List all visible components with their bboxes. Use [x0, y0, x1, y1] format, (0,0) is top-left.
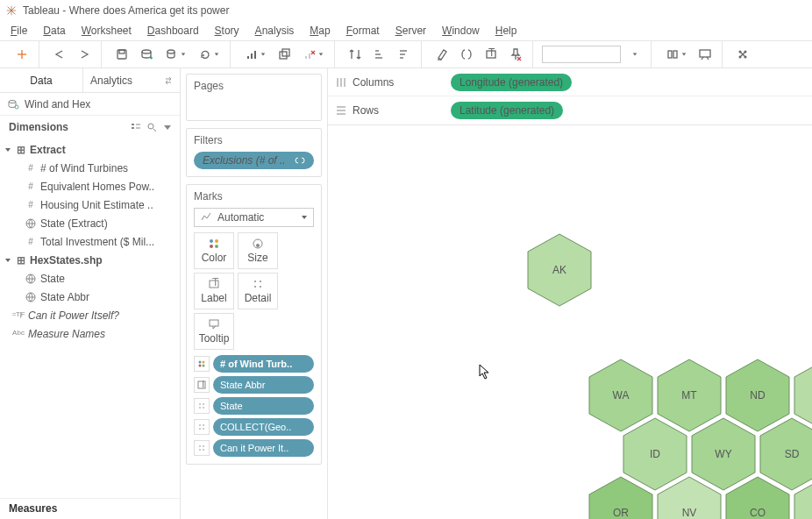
geo-icon: [25, 292, 37, 302]
show-me-button[interactable]: [731, 44, 754, 65]
hex-label: NE: [793, 475, 812, 519]
pin-button[interactable]: [504, 44, 527, 65]
menu-dashboard[interactable]: Dashboard: [140, 23, 206, 39]
tree-item[interactable]: Total Investment ($ Mil...: [0, 232, 180, 251]
mark-pill-state-abbr[interactable]: State Abbr: [213, 376, 314, 394]
svg-point-77: [203, 407, 204, 409]
refresh-button[interactable]: [193, 44, 224, 65]
menu-map[interactable]: Map: [303, 23, 337, 39]
menu-analysis[interactable]: Analysis: [248, 23, 302, 39]
link-icon: [295, 155, 305, 166]
menu-window[interactable]: Window: [435, 23, 487, 39]
datasource-icon: [7, 98, 19, 110]
hex-state-nv[interactable]: NV: [656, 475, 723, 519]
marks-label-button[interactable]: TLabel: [194, 273, 234, 309]
presentation-mode-button[interactable]: [694, 44, 716, 65]
undo-button[interactable]: [48, 44, 71, 65]
search-dropdown[interactable]: [623, 44, 645, 65]
new-worksheet-button[interactable]: [239, 44, 271, 65]
tableau-start-button[interactable]: [11, 44, 33, 65]
svg-point-56: [215, 239, 218, 243]
filters-title: Filters: [194, 134, 314, 146]
marks-size-button[interactable]: Size: [238, 232, 278, 269]
hex-state-or[interactable]: OR: [588, 475, 654, 519]
swap-button[interactable]: [344, 44, 367, 65]
menu-file[interactable]: File: [4, 23, 34, 39]
marks-color-button[interactable]: Color: [194, 232, 234, 269]
columns-pill-longitude[interactable]: Longitude (generated): [451, 74, 572, 91]
tree-group-hexstates[interactable]: ⊞ HexStates.shp: [0, 251, 180, 269]
menu-server[interactable]: Server: [388, 23, 433, 39]
mark-pill-state[interactable]: State: [213, 397, 314, 415]
tree-item[interactable]: Housing Unit Estimate ..: [0, 196, 180, 214]
mark-pill-collect-geo[interactable]: COLLECT(Geo..: [213, 418, 314, 436]
svg-point-64: [260, 281, 261, 282]
rows-icon: [335, 104, 347, 117]
sort-desc-button[interactable]: [393, 44, 416, 65]
search-input[interactable]: [542, 46, 621, 63]
tree-group-extract[interactable]: ⊞ Extract: [0, 140, 180, 159]
menu-worksheet[interactable]: Worksheet: [75, 23, 139, 39]
tree-item-calc[interactable]: =T|FCan it Power Itself?: [0, 306, 180, 324]
view-options-icon[interactable]: [131, 122, 141, 132]
find-field-icon[interactable]: [146, 122, 157, 132]
columns-icon: [335, 76, 347, 89]
marks-detail-button[interactable]: Detail: [238, 273, 278, 309]
visualization-canvas[interactable]: AKWAMTNDMNIDWYSDORNVCONE: [328, 125, 812, 519]
analytics-tab[interactable]: Analytics: [82, 68, 180, 92]
sort-asc-button[interactable]: [368, 44, 391, 65]
tree-item[interactable]: Equivalent Homes Pow..: [0, 177, 180, 196]
cards-pane: Pages Filters Exclusions (# of .. Marks …: [181, 68, 328, 519]
mark-pill-wind-turbines[interactable]: # of Wind Turb..: [213, 355, 314, 373]
data-menu-icon[interactable]: [162, 122, 173, 132]
hex-label: NV: [656, 475, 723, 519]
tree-item[interactable]: # of Wind Turbines: [0, 159, 180, 177]
hex-state-ak[interactable]: AK: [526, 232, 593, 308]
rows-shelf[interactable]: Rows Latitude (generated): [328, 96, 812, 124]
show-labels-button[interactable]: T: [480, 44, 502, 65]
data-tab[interactable]: Data: [0, 68, 82, 92]
svg-point-75: [203, 403, 204, 405]
new-datasource-button[interactable]: [135, 44, 158, 65]
columns-shelf[interactable]: Columns Longitude (generated): [328, 68, 812, 96]
data-pane: Data Analytics Wind and Hex Dimensions ⊞…: [0, 68, 181, 519]
svg-rect-12: [247, 56, 249, 59]
datasource-row[interactable]: Wind and Hex: [0, 93, 180, 116]
hex-state-co[interactable]: CO: [724, 475, 791, 519]
mark-pill-can-it-power[interactable]: Can it Power It..: [213, 439, 314, 457]
menu-format[interactable]: Format: [339, 23, 387, 39]
svg-rect-46: [132, 124, 134, 125]
hex-state-ne[interactable]: NE: [793, 475, 812, 519]
filter-pill-exclusions[interactable]: Exclusions (# of ..: [194, 152, 314, 169]
mark-color-slot[interactable]: [194, 356, 210, 372]
pause-updates-button[interactable]: [160, 44, 191, 65]
group-button[interactable]: [455, 44, 478, 65]
tree-item[interactable]: State (Extract): [0, 214, 180, 232]
clear-sheet-button[interactable]: [297, 44, 329, 65]
marks-title: Marks: [194, 190, 314, 203]
rows-label: Rows: [353, 104, 379, 117]
marks-tooltip-button[interactable]: Tooltip: [194, 313, 234, 350]
mark-detail-slot[interactable]: [194, 440, 210, 456]
fit-dropdown[interactable]: [660, 44, 692, 65]
redo-button[interactable]: [73, 44, 96, 65]
duplicate-sheet-button[interactable]: [273, 44, 296, 65]
tree-item[interactable]: State Abbr: [0, 288, 180, 306]
rows-pill-latitude[interactable]: Latitude (generated): [451, 102, 563, 119]
mark-label-slot[interactable]: T: [194, 377, 210, 393]
tree-item[interactable]: State: [0, 269, 180, 288]
menu-help[interactable]: Help: [488, 23, 524, 39]
menu-data[interactable]: Data: [36, 23, 72, 39]
mark-detail-slot[interactable]: [194, 398, 210, 414]
menu-story[interactable]: Story: [208, 23, 246, 39]
window-title: Tableau - Where does America get its pow…: [23, 4, 229, 17]
svg-point-63: [254, 281, 256, 282]
marks-type-dropdown[interactable]: Automatic: [194, 208, 314, 227]
tree-item-measure-names[interactable]: AbcMeasure Names: [0, 324, 180, 343]
svg-point-83: [203, 445, 204, 447]
svg-rect-47: [132, 127, 134, 129]
svg-point-70: [199, 365, 202, 367]
save-button[interactable]: [110, 44, 133, 65]
highlight-button[interactable]: [431, 44, 453, 65]
mark-detail-slot[interactable]: [194, 419, 210, 435]
